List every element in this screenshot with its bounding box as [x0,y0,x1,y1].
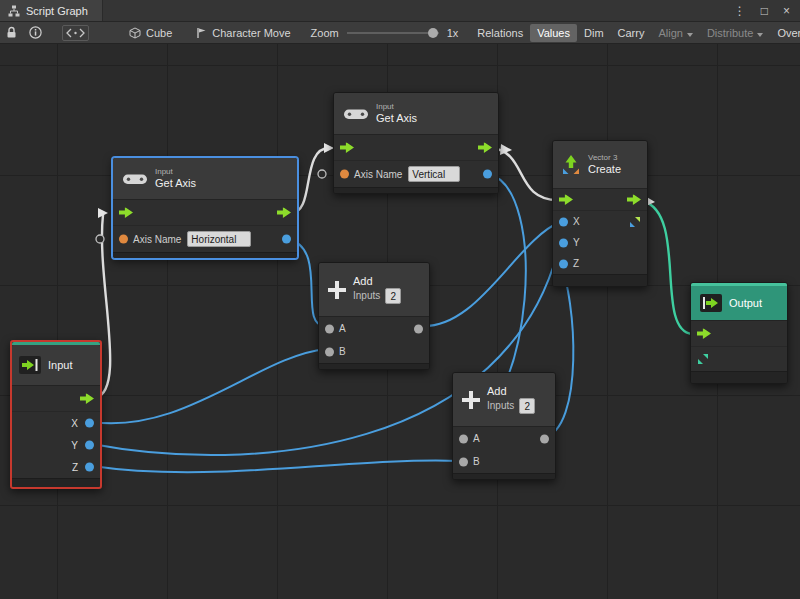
tab-script-graph[interactable]: Script Graph [0,0,103,21]
node-add-1[interactable]: Add Inputs A B [318,262,430,370]
flow-in-port[interactable] [697,328,711,339]
z-out-port[interactable] [85,463,94,472]
distribute-dropdown[interactable]: Distribute [700,24,770,42]
a-in-port[interactable] [325,324,334,333]
axis-name-in-port[interactable] [340,170,349,179]
window-close-icon[interactable]: × [783,5,790,17]
flow-in-port[interactable] [119,207,133,218]
unconnected-port-indicator[interactable] [318,170,326,178]
node-footer [553,274,647,286]
flow-out-port[interactable] [478,142,492,153]
info-icon[interactable] [29,26,42,39]
flow-row [113,200,297,226]
wire-vector3-to-output[interactable] [643,201,692,334]
code-brackets-icon[interactable] [62,25,89,41]
node-category: Input [376,102,417,112]
flow-in-port[interactable] [340,142,354,153]
cube-label: Cube [146,27,172,39]
axis-name-field[interactable] [187,231,251,247]
zoom-label: Zoom [311,27,339,39]
target-object-cube[interactable]: Cube [129,27,172,39]
node-title: Create [588,163,621,176]
flow-in-port[interactable] [559,194,573,205]
node-category: Vector 3 [588,153,621,163]
node-get-axis-horizontal[interactable]: Input Get Axis Axis Name [112,157,298,259]
flow-out-port[interactable] [277,207,291,218]
script-graph-window: Script Graph ⋮ □ × Cube Charact [0,0,800,599]
gamepad-icon [343,106,369,122]
value-out-port[interactable] [282,235,291,244]
cube-icon [129,27,141,39]
tab-bar: Script Graph ⋮ □ × [0,0,800,22]
y-label: Y [71,440,78,451]
flow-out-port[interactable] [80,393,94,404]
distribute-label: Distribute [707,27,753,39]
node-input[interactable]: Input X Y Z [10,340,102,489]
graph-canvas[interactable]: Input Get Axis Axis Name [0,44,800,599]
b-label: B [473,456,480,467]
node-footer [691,371,787,383]
character-move-label: Character Move [212,27,290,39]
node-title: Add [487,385,535,398]
graph-asset-character-move[interactable]: Character Move [196,27,290,39]
align-dropdown[interactable]: Align [651,24,699,42]
node-footer [319,363,429,369]
inputs-count-field[interactable] [519,398,535,414]
node-add-2[interactable]: Add Inputs A B [452,372,556,480]
vector3-icon [560,154,582,176]
inputs-count-field[interactable] [385,288,401,304]
dim-button[interactable]: Dim [577,24,611,42]
chevron-down-icon [757,33,763,37]
node-get-axis-vertical[interactable]: Input Get Axis Axis Name [333,92,499,194]
node-footer [453,473,555,479]
tab-title: Script Graph [26,5,88,17]
zoom-slider-handle[interactable] [428,28,438,38]
axis-name-field[interactable] [408,166,460,182]
node-vector3-create[interactable]: Vector 3 Create X Y Z [552,140,648,287]
unconnected-port-indicator[interactable] [96,235,104,243]
y-in-port[interactable] [559,238,568,247]
result-out-port[interactable] [540,434,549,443]
values-button[interactable]: Values [530,24,577,42]
node-title: Add [353,275,401,288]
chevron-down-icon [687,33,693,37]
window-maximize-icon[interactable]: □ [761,5,768,17]
port-row-y: Y [12,434,100,456]
y-out-port[interactable] [85,441,94,450]
port-row-b: B [453,450,555,473]
script-flag-icon [196,27,207,39]
wire-input-z-to-add2-b[interactable] [92,461,460,473]
node-header: Input Get Axis [113,158,297,200]
node-header: Input [12,345,100,386]
a-in-port[interactable] [459,434,468,443]
node-header: Add Inputs [319,263,429,317]
port-row-x: X [553,211,647,232]
vector-in-port[interactable] [697,353,709,365]
b-in-port[interactable] [325,347,334,356]
flow-out-port[interactable] [627,194,641,205]
relations-button[interactable]: Relations [470,24,530,42]
z-in-port[interactable] [559,259,568,268]
carry-button[interactable]: Carry [611,24,652,42]
vector-result-out-port[interactable] [629,216,641,228]
wire-input-x-to-add1-b[interactable] [92,349,326,423]
b-in-port[interactable] [459,457,468,466]
value-out-port[interactable] [483,170,492,179]
lock-icon[interactable] [6,26,17,39]
axis-name-in-port[interactable] [119,235,128,244]
port-row-z: Z [553,253,647,274]
flow-row [553,189,647,211]
flow-row [12,386,100,412]
window-menu-icon[interactable]: ⋮ [734,5,746,17]
wire-add1-result-to-vector3-x[interactable] [419,222,560,326]
result-out-port[interactable] [414,324,423,333]
node-output[interactable]: Output [690,282,788,384]
zoom-slider[interactable] [347,32,439,34]
flow-row [691,321,787,347]
param-row: Axis Name [113,226,297,252]
overview-button[interactable]: Overv [770,24,800,42]
node-category: Input [155,167,196,177]
x-out-port[interactable] [85,419,94,428]
wire-flow-getaxis-vertical-to-vector3[interactable] [491,148,558,200]
x-in-port[interactable] [559,217,568,226]
